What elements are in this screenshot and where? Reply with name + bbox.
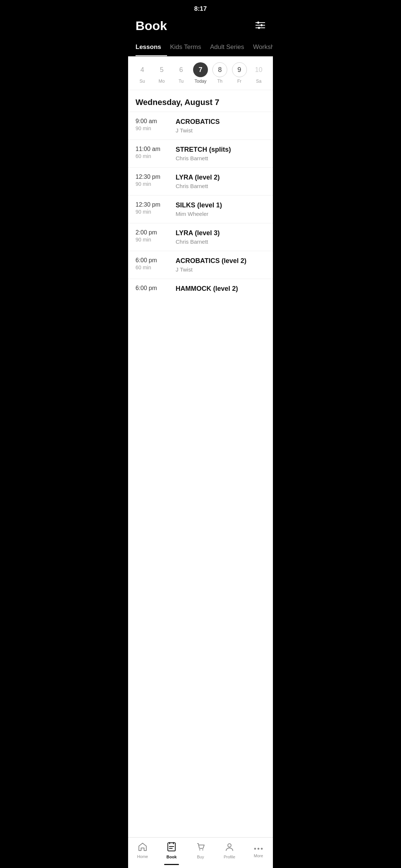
class-info: LYRA (level 3) Chris Barnett: [173, 229, 265, 245]
class-time: 12:30 pm 90 min: [136, 201, 173, 215]
tab-kids-terms[interactable]: Kids Terms: [170, 39, 207, 56]
calendar-day-8[interactable]: 8 Th: [212, 62, 228, 84]
day-number-7: 7: [193, 62, 208, 77]
list-item[interactable]: 2:00 pm 90 min LYRA (level 3) Chris Barn…: [128, 223, 273, 251]
list-item[interactable]: 12:30 pm 90 min SILKS (level 1) Mim Whee…: [128, 195, 273, 223]
class-time: 9:00 am 90 min: [136, 118, 173, 131]
svg-point-14: [254, 848, 256, 850]
list-item[interactable]: 9:00 am 90 min ACROBATICS J Twist: [128, 112, 273, 139]
svg-point-11: [199, 849, 200, 851]
tab-lessons[interactable]: Lessons: [136, 39, 167, 56]
list-item[interactable]: 11:00 am 60 min STRETCH (splits) Chris B…: [128, 139, 273, 167]
day-number-5: 5: [154, 62, 169, 77]
filter-icon: [255, 21, 265, 29]
day-label-fr: Fr: [237, 79, 241, 84]
class-list: 9:00 am 90 min ACROBATICS J Twist 11:00 …: [128, 112, 273, 328]
day-number-4: 4: [135, 62, 150, 77]
svg-point-12: [202, 849, 203, 851]
class-time: 11:00 am 60 min: [136, 146, 173, 159]
list-item[interactable]: 6:00 pm HAMMOCK (level 2): [128, 279, 273, 328]
class-time: 6:00 pm: [136, 285, 173, 292]
calendar-day-4[interactable]: 4 Su: [134, 62, 150, 84]
calendar-strip: 4 Su 5 Mo 6 Tu 7 Today 8 Th 9 Fr 10 Sa: [128, 56, 273, 90]
home-icon: [138, 842, 147, 850]
day-number-8: 8: [212, 62, 227, 77]
calendar-day-7[interactable]: 7 Today: [192, 62, 209, 84]
day-label-tu: Tu: [179, 79, 184, 84]
buy-icon: [196, 842, 205, 850]
class-info: HAMMOCK (level 2): [173, 285, 265, 294]
profile-icon: [225, 842, 234, 850]
class-info: LYRA (level 2) Chris Barnett: [173, 174, 265, 189]
class-info: ACROBATICS J Twist: [173, 118, 265, 134]
day-number-9: 9: [232, 62, 247, 77]
class-info: SILKS (level 1) Mim Wheeler: [173, 201, 265, 217]
date-heading-text: Wednesday, August 7: [136, 98, 219, 107]
class-time: 12:30 pm 90 min: [136, 174, 173, 187]
day-label-su: Su: [140, 79, 145, 84]
svg-point-16: [261, 848, 263, 850]
svg-rect-5: [258, 27, 260, 29]
tab-adult-series[interactable]: Adult Series: [210, 39, 250, 56]
nav-book[interactable]: Book: [157, 841, 186, 850]
day-label-today: Today: [195, 79, 206, 84]
class-info: ACROBATICS (level 2) J Twist: [173, 257, 265, 273]
svg-point-15: [258, 848, 260, 850]
class-time: 6:00 pm 60 min: [136, 257, 173, 270]
header: Book: [128, 16, 273, 39]
list-item[interactable]: 6:00 pm 60 min ACROBATICS (level 2) J Tw…: [128, 251, 273, 279]
calendar-day-6[interactable]: 6 Tu: [173, 62, 189, 84]
nav-home[interactable]: Home: [128, 841, 157, 850]
day-label-th: Th: [217, 79, 222, 84]
day-number-6: 6: [174, 62, 189, 77]
tabs-bar: Lessons Kids Terms Adult Series Workshop…: [128, 39, 273, 56]
calendar-day-9[interactable]: 9 Fr: [231, 62, 248, 84]
nav-buy[interactable]: Buy: [186, 841, 215, 850]
more-icon: [254, 843, 263, 850]
svg-rect-3: [257, 22, 259, 24]
status-bar: 8:17: [128, 0, 273, 16]
tab-workshops[interactable]: Workshops: [253, 39, 273, 56]
svg-rect-4: [261, 24, 263, 26]
nav-profile[interactable]: Profile: [215, 841, 244, 850]
svg-point-13: [228, 844, 231, 847]
page-title: Book: [136, 19, 167, 33]
bottom-nav: Home Book Buy: [128, 837, 273, 850]
calendar-day-5[interactable]: 5 Mo: [153, 62, 170, 84]
content-area: 4 Su 5 Mo 6 Tu 7 Today 8 Th 9 Fr 10 Sa W…: [128, 56, 273, 850]
class-info: STRETCH (splits) Chris Barnett: [173, 146, 265, 161]
nav-more[interactable]: More: [244, 842, 273, 850]
list-item[interactable]: 12:30 pm 90 min LYRA (level 2) Chris Bar…: [128, 167, 273, 195]
book-icon: [167, 842, 176, 850]
day-label-sa: Sa: [256, 79, 261, 84]
date-heading: Wednesday, August 7: [128, 90, 273, 112]
day-number-10: 10: [251, 62, 266, 77]
status-time: 8:17: [194, 5, 207, 12]
day-label-mo: Mo: [159, 79, 165, 84]
calendar-day-10[interactable]: 10 Sa: [251, 62, 267, 84]
class-time: 2:00 pm 90 min: [136, 229, 173, 243]
filter-button[interactable]: [255, 21, 265, 31]
